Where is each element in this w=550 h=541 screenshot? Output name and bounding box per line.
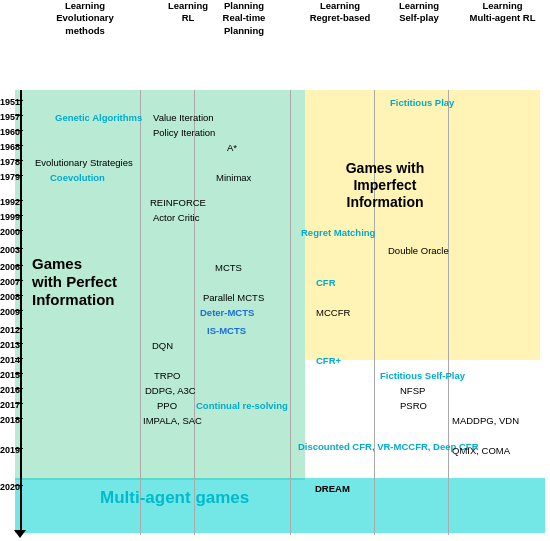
tick-1957	[15, 115, 23, 116]
year-2003: 2003	[0, 245, 35, 255]
tick-1978	[15, 160, 23, 161]
item-policy-iteration: Policy Iteration	[153, 127, 215, 138]
tick-2000	[15, 230, 23, 231]
tick-2012	[15, 328, 23, 329]
item-parallel-mcts: Parallel MCTS	[203, 292, 264, 303]
year-1992: 1992	[0, 197, 35, 207]
item-deter-mcts: Deter-MCTS	[200, 307, 254, 318]
item-reinforce: REINFORCE	[150, 197, 206, 208]
year-1979: 1979	[0, 172, 35, 182]
tick-2016	[15, 388, 23, 389]
year-2006: 2006	[0, 262, 35, 272]
year-2015: 2015	[0, 370, 35, 380]
year-1960: 1960	[0, 127, 35, 137]
chart-container: Learning Evolutionary methods Learning R…	[0, 0, 550, 541]
item-maddpg-vdn: MADDPG, VDN	[452, 415, 519, 426]
tick-1979	[15, 175, 23, 176]
item-continual-resolving: Continual re-solving	[196, 400, 288, 411]
tick-1960	[15, 130, 23, 131]
item-mcts: MCTS	[215, 262, 242, 273]
tick-2019	[15, 448, 23, 449]
year-2017: 2017	[0, 400, 35, 410]
tick-1951	[15, 100, 23, 101]
col-header-multiagent: Learning Multi-agent RL	[465, 0, 540, 25]
axis-arrow	[14, 530, 26, 538]
sep-5	[448, 90, 449, 535]
tick-2009	[15, 310, 23, 311]
year-1968: 1968	[0, 142, 35, 152]
tick-2020	[15, 485, 23, 486]
item-coevolution: Coevolution	[50, 172, 105, 183]
year-1957: 1957	[0, 112, 35, 122]
col-header-regret: Learning Regret-based	[305, 0, 375, 25]
col-header-planning: Planning Real-time Planning	[209, 0, 279, 37]
item-dqn: DQN	[152, 340, 173, 351]
item-impala-sac: IMPALA, SAC	[143, 415, 202, 426]
tick-2018	[15, 418, 23, 419]
year-2020: 2020	[0, 482, 35, 492]
tick-2013	[15, 343, 23, 344]
year-2016: 2016	[0, 385, 35, 395]
year-2009: 2009	[0, 307, 35, 317]
year-2000: 2000	[0, 227, 35, 237]
item-fictitious-play: Fictitious Play	[390, 97, 454, 108]
item-dream: DREAM	[315, 483, 350, 494]
item-ddpg-a3c: DDPG, A3C	[145, 385, 196, 396]
year-2013: 2013	[0, 340, 35, 350]
item-regret-matching: Regret Matching	[301, 227, 375, 238]
year-2008: 2008	[0, 292, 35, 302]
tick-2017	[15, 403, 23, 404]
year-2014: 2014	[0, 355, 35, 365]
tick-2007	[15, 280, 23, 281]
label-perfect-info: Gameswith PerfectInformation	[32, 255, 152, 309]
year-1999: 1999	[0, 212, 35, 222]
col-header-selfplay: Learning Self-play	[389, 0, 449, 25]
sep-4	[374, 90, 375, 535]
item-fictitious-selfplay: Fictitious Self-Play	[380, 370, 465, 381]
item-is-mcts: IS-MCTS	[207, 325, 246, 336]
year-2007: 2007	[0, 277, 35, 287]
tick-2015	[15, 373, 23, 374]
item-double-oracle: Double Oracle	[388, 245, 449, 256]
tick-2003	[15, 248, 23, 249]
col-header-rl: Learning RL	[163, 0, 213, 25]
bg-imperfect-information	[305, 90, 540, 360]
year-2018: 2018	[0, 415, 35, 425]
item-trpo: TRPO	[154, 370, 180, 381]
sep-3	[290, 90, 291, 535]
bg-multiagent	[15, 478, 545, 533]
year-1978: 1978	[0, 157, 35, 167]
item-qmix-coma: QMIX, COMA	[452, 445, 510, 456]
label-imperfect-info: Games withImperfectInformation	[320, 160, 450, 210]
item-nfsp: NFSP	[400, 385, 425, 396]
item-cfr: CFR	[316, 277, 336, 288]
year-2019: 2019	[0, 445, 35, 455]
label-multiagent-games: Multi-agent games	[100, 488, 249, 508]
year-1951: 1951	[0, 97, 35, 107]
item-evol-strategies: Evolutionary Strategies	[35, 157, 133, 168]
item-actor-critic: Actor Critic	[153, 212, 199, 223]
column-headers: Learning Evolutionary methods Learning R…	[15, 0, 545, 90]
year-2012: 2012	[0, 325, 35, 335]
tick-1999	[15, 215, 23, 216]
col-header-evol: Learning Evolutionary methods	[45, 0, 125, 37]
item-ppo: PPO	[157, 400, 177, 411]
time-axis	[20, 90, 22, 535]
tick-2006	[15, 265, 23, 266]
sep-1	[140, 90, 141, 535]
item-cfrplus: CFR+	[316, 355, 341, 366]
item-minimax: Minimax	[216, 172, 251, 183]
item-value-iteration: Value Iteration	[153, 112, 214, 123]
item-astar: A*	[227, 142, 237, 153]
tick-2014	[15, 358, 23, 359]
tick-2008	[15, 295, 23, 296]
item-mccfr: MCCFR	[316, 307, 350, 318]
tick-1992	[15, 200, 23, 201]
item-psro: PSRO	[400, 400, 427, 411]
tick-1968	[15, 145, 23, 146]
item-genetic-algorithms: Genetic Algorithms	[55, 112, 142, 123]
sep-2	[194, 90, 195, 535]
